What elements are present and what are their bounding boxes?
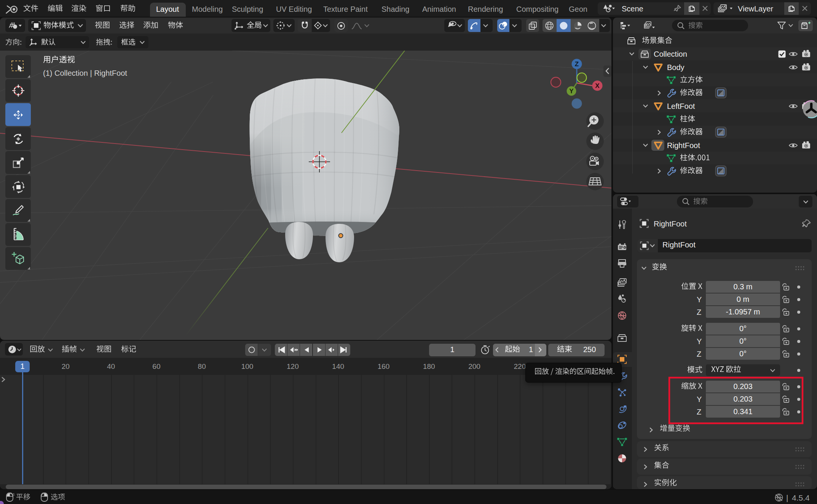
svg-text:X: X [595,82,600,89]
svg-text:Y: Y [569,88,574,95]
svg-text:Z: Z [575,61,579,68]
